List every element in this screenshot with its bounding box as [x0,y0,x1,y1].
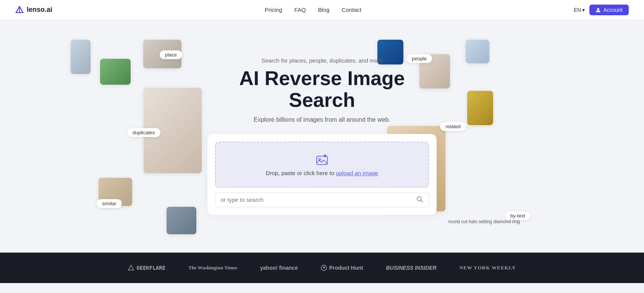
upload-icon [315,153,329,167]
duplicates-tag: duplicates [127,128,160,137]
drop-area[interactable]: Drop, paste or click here to upload an i… [215,142,429,188]
product-hunt-icon [321,265,327,271]
upload-box: Drop, paste or click here to upload an i… [207,134,437,215]
account-icon [595,7,601,13]
floating-person-image [167,207,196,234]
nav-links: Pricing FAQ Blog Contact [265,6,362,13]
navbar-right: EN ▾ Account [574,5,629,15]
language-selector[interactable]: EN ▾ [574,7,585,13]
svg-line-7 [421,201,422,202]
people-tag: people [406,54,432,63]
logo-text: lenso.ai [27,6,52,14]
product-hunt-logo: Product Hunt [321,265,363,271]
nav-faq[interactable]: FAQ [294,6,306,13]
by-text-description: round cut halo setting diamond ring [448,218,520,225]
floating-truck-image [100,59,131,85]
washington-times-logo: The Washington Times [188,265,237,271]
drop-text: Drop, paste or click here to upload an i… [266,170,378,177]
similar-tag: similar [97,199,122,208]
geekflare-icon [128,265,134,271]
nav-contact[interactable]: Contact [342,6,362,13]
svg-marker-8 [128,265,134,270]
search-input[interactable] [221,197,413,203]
svg-point-4 [319,158,321,160]
svg-point-6 [417,197,421,201]
new-york-weekly-logo: NEW YORK WEEKLY [460,265,516,271]
nav-blog[interactable]: Blog [318,6,330,13]
account-button[interactable]: Account [589,5,629,15]
floating-statue-image [71,40,91,74]
yahoo-finance-logo: yahoo! finance [260,265,298,271]
logo-link[interactable]: lenso.ai [15,6,52,14]
place-tag: place [160,50,182,59]
hero-section: Search for places, people, duplicates, a… [207,57,437,215]
floating-bird-image [466,40,489,63]
hero-title: AI Reverse Image Search [207,68,437,111]
hero-subtitle: Search for places, people, duplicates, a… [207,57,437,64]
nav-pricing[interactable]: Pricing [265,6,282,13]
search-row [215,193,429,208]
related-tag: related [440,122,466,131]
hero-description: Explore billions of images from all arou… [207,117,437,124]
svg-rect-3 [317,156,327,165]
navbar: lenso.ai Pricing FAQ Blog Contact EN ▾ A… [0,0,644,20]
main-section: place duplicates similar people related … [0,20,644,253]
search-icon [416,196,423,203]
logo-icon [15,6,24,14]
footer: GEEKFLARE The Washington Times yahoo! fi… [0,253,644,283]
floating-woman-image [467,91,493,125]
upload-link[interactable]: upload an image [336,170,378,177]
business-insider-logo: BUSINESS INSIDER [386,265,437,271]
geekflare-logo: GEEKFLARE [128,265,165,271]
search-button[interactable] [416,196,423,204]
svg-point-2 [597,8,599,10]
